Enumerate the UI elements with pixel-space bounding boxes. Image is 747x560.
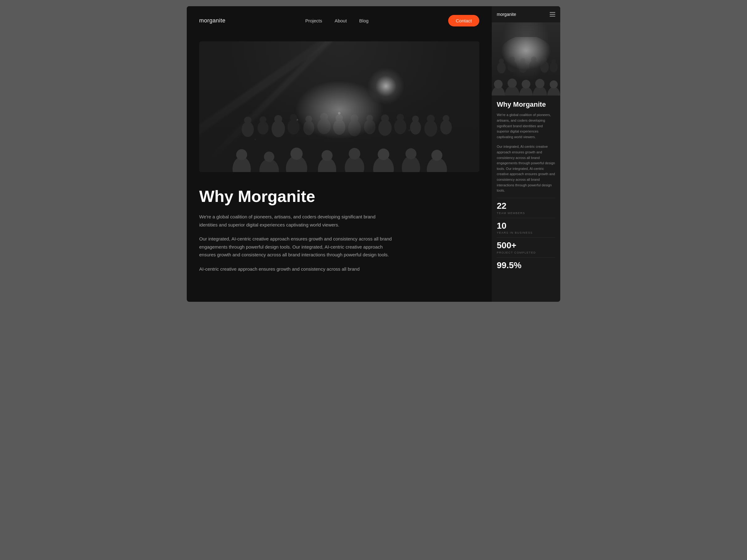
side-logo: morganite <box>497 12 516 17</box>
svg-point-67 <box>498 37 554 79</box>
side-photo-placeholder <box>492 22 560 96</box>
svg-point-5 <box>274 115 282 123</box>
crowd-svg <box>199 81 479 172</box>
svg-point-39 <box>378 149 389 160</box>
stat-number-satisfaction: 99.5% <box>497 261 555 270</box>
svg-point-0 <box>241 122 254 137</box>
hamburger-line-2 <box>550 14 555 15</box>
svg-point-31 <box>264 152 274 162</box>
side-panel: morganite <box>492 6 560 302</box>
hamburger-line-1 <box>550 12 555 13</box>
nav-link-projects[interactable]: Projects <box>305 18 322 23</box>
nav-links: Projects About Blog <box>305 18 368 23</box>
stat-satisfaction: 99.5% <box>497 261 555 270</box>
nav-link-about[interactable]: About <box>335 18 347 23</box>
paragraph-2: Our integrated, AI-centric creative appr… <box>199 235 392 259</box>
stat-divider-3 <box>497 237 555 238</box>
stat-number-years: 10 <box>497 221 555 231</box>
svg-point-29 <box>236 149 247 160</box>
svg-point-33 <box>290 148 303 160</box>
side-paragraph-2: Our integrated, AI-centric creative appr… <box>497 144 555 193</box>
main-panel: morganite Projects About Blog Contact <box>187 6 492 302</box>
stat-years: 10 YEARS IN BUSINESS <box>497 221 555 235</box>
hero-image <box>199 42 479 172</box>
svg-point-24 <box>424 120 437 137</box>
stat-label-years: YEARS IN BUSINESS <box>497 231 555 234</box>
svg-point-21 <box>396 114 404 121</box>
stat-number-team: 22 <box>497 201 555 211</box>
stats-section: 22 TEAM MEMBERS 10 YEARS IN BUSINESS 500… <box>497 198 555 270</box>
stat-number-projects: 500+ <box>497 241 555 250</box>
main-logo: morganite <box>199 18 226 24</box>
stat-divider-4 <box>497 257 555 258</box>
side-photo <box>492 22 560 96</box>
svg-point-23 <box>412 116 419 123</box>
hero-image-placeholder <box>199 42 479 172</box>
paragraph-3: AI-centric creative approach ensures gro… <box>199 265 392 273</box>
svg-point-25 <box>427 115 435 123</box>
stat-projects: 500+ PROJECT COMPLETED <box>497 241 555 254</box>
svg-point-27 <box>443 115 449 122</box>
stat-divider-1 <box>497 198 555 198</box>
svg-point-1 <box>244 117 252 124</box>
hamburger-menu-button[interactable] <box>550 12 555 17</box>
stat-divider-2 <box>497 218 555 218</box>
svg-point-2 <box>257 121 268 134</box>
svg-point-43 <box>431 150 442 161</box>
svg-point-26 <box>440 120 452 134</box>
svg-point-66 <box>550 81 558 89</box>
stat-team-members: 22 TEAM MEMBERS <box>497 201 555 215</box>
paragraph-1: We're a global coalition of pioneers, ar… <box>199 213 392 229</box>
screen-wrapper: morganite Projects About Blog Contact <box>187 6 560 302</box>
svg-point-41 <box>406 149 416 159</box>
svg-point-22 <box>410 121 421 134</box>
side-crowd-svg <box>492 37 560 96</box>
hamburger-line-3 <box>550 16 555 17</box>
stat-label-team: TEAM MEMBERS <box>497 212 555 215</box>
svg-point-44 <box>284 81 394 154</box>
svg-point-60 <box>508 79 517 88</box>
side-nav: morganite <box>492 6 560 22</box>
svg-point-62 <box>522 80 531 89</box>
main-nav: morganite Projects About Blog Contact <box>187 6 492 35</box>
content-section: Why Morganite We're a global coalition o… <box>187 172 492 292</box>
svg-point-58 <box>494 80 503 89</box>
section-title: Why Morganite <box>199 188 479 205</box>
side-content: Why Morganite We're a global coalition o… <box>492 96 560 302</box>
nav-link-blog[interactable]: Blog <box>359 18 368 23</box>
side-paragraph-1: We're a global coalition of pioneers, ar… <box>497 112 555 140</box>
svg-point-3 <box>260 116 266 123</box>
svg-point-20 <box>394 119 406 134</box>
side-title: Why Morganite <box>497 101 555 109</box>
contact-button[interactable]: Contact <box>448 15 479 26</box>
stat-label-projects: PROJECT COMPLETED <box>497 251 555 254</box>
hero-section <box>187 35 492 172</box>
svg-point-64 <box>535 79 545 88</box>
